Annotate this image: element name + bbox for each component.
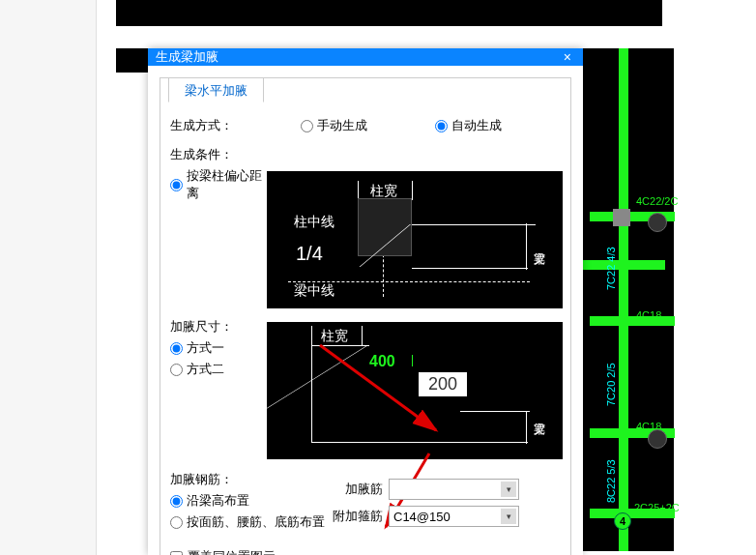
radio-label: 方式一 — [187, 339, 224, 357]
radio-auto[interactable]: 自动生成 — [435, 117, 502, 134]
size-block: 加腋尺寸： 方式一 方式二 — [170, 318, 267, 382]
generate-haunch-dialog: 生成梁加腋 × 梁水平加腋 生成方式： 手动生成 自动生成 生成条件： — [148, 48, 583, 555]
diagram2-col-width: 柱宽 — [321, 328, 348, 345]
radio-by-offset[interactable]: 按梁柱偏心距离 — [170, 167, 267, 202]
rebar-row: 加腋钢筋： 沿梁高布置 按面筋、腰筋、底筋布置 加腋筋 — [170, 471, 561, 535]
cad-green-line — [590, 316, 675, 326]
radio-mode2[interactable]: 方式二 — [170, 361, 267, 378]
radio-label: 沿梁高布置 — [187, 492, 249, 510]
gen-method-label: 生成方式： — [170, 117, 267, 134]
cad-circle-icon — [648, 429, 667, 449]
radio-mode1[interactable]: 方式一 — [170, 339, 267, 357]
cad-annot-text: 8C22 5/3 — [605, 459, 617, 503]
radio-by-height[interactable]: 沿梁高布置 — [170, 492, 325, 510]
chevron-down-icon: ▾ — [501, 509, 516, 524]
fujia-label: 附加箍筋 — [325, 508, 383, 525]
cad-column-box — [613, 209, 630, 226]
rebar-label: 加腋钢筋： — [170, 471, 325, 488]
diagram-beam-center: 梁中线 — [294, 282, 334, 300]
radio-input[interactable] — [170, 342, 183, 355]
cad-viewport-top — [116, 0, 662, 26]
radio-input[interactable] — [301, 120, 313, 132]
dialog-titlebar[interactable]: 生成梁加腋 × — [148, 48, 583, 66]
diagram-2: 柱宽 400 200 梁宽 — [267, 322, 563, 459]
size-label: 加腋尺寸： — [170, 318, 267, 336]
diagram-1: 柱宽 柱中线 1/4 梁中线 梁宽 — [267, 171, 563, 308]
tab-horizontal-haunch[interactable]: 梁水平加腋 — [168, 77, 264, 102]
radio-label: 按面筋、腰筋、底筋布置 — [187, 513, 325, 531]
radio-label: 手动生成 — [317, 117, 367, 134]
cad-green-line — [619, 48, 628, 551]
fujia-field-row: 附加箍筋 C14@150 ▾ — [325, 506, 519, 527]
gen-condition-block: 生成条件： 按梁柱偏心距离 — [170, 146, 267, 206]
radio-label: 按梁柱偏心距离 — [187, 167, 267, 202]
jiaye-dropdown[interactable]: ▾ — [389, 479, 519, 500]
dialog-title: 生成梁加腋 — [156, 48, 560, 66]
dialog-body: 梁水平加腋 生成方式： 手动生成 自动生成 生成条件： — [160, 77, 571, 555]
jiaye-label: 加腋筋 — [325, 481, 383, 498]
checkbox-input[interactable] — [170, 551, 183, 556]
checkbox-label: 覆盖同位置图元 — [188, 548, 276, 555]
cad-circle-icon — [648, 213, 667, 232]
diagram-ratio: 1/4 — [296, 243, 323, 265]
radio-input[interactable] — [435, 120, 448, 132]
overwrite-checkbox[interactable]: 覆盖同位置图元 — [170, 548, 561, 555]
cad-annot-text: 4C22/2C — [636, 195, 678, 207]
cad-annot-text: 7C20 2/5 — [605, 363, 617, 406]
chevron-down-icon: ▾ — [501, 482, 516, 497]
cad-annot-text: 2C25+2C — [634, 502, 680, 513]
radio-input[interactable] — [170, 364, 183, 376]
cad-annot-text: 7C22 4/3 — [605, 247, 617, 290]
diagram2-400: 400 — [369, 353, 395, 370]
node-number: 4 — [620, 515, 625, 527]
rebar-fields: 加腋筋 ▾ 附加箍筋 C14@150 ▾ — [325, 479, 519, 533]
diagram-column — [358, 198, 412, 256]
gen-method-row: 生成方式： 手动生成 自动生成 — [170, 117, 561, 138]
fujia-dropdown[interactable]: C14@150 ▾ — [389, 506, 519, 527]
cad-node-badge[interactable]: 4 — [614, 512, 631, 530]
radio-label: 方式二 — [187, 361, 224, 378]
cad-annot-text: 4C18 — [636, 309, 661, 321]
radio-input[interactable] — [170, 516, 183, 529]
jiaye-field-row: 加腋筋 ▾ — [325, 479, 519, 500]
tab-label: 梁水平加腋 — [185, 83, 247, 98]
radio-input[interactable] — [170, 495, 183, 508]
gen-condition-label: 生成条件： — [170, 146, 267, 163]
dropdown-value: C14@150 — [393, 510, 451, 524]
close-button[interactable]: × — [560, 49, 575, 65]
page-gutter — [0, 0, 97, 555]
radio-label: 自动生成 — [451, 117, 502, 134]
diagram2-200-box: 200 — [419, 372, 467, 396]
rebar-block: 加腋钢筋： 沿梁高布置 按面筋、腰筋、底筋布置 — [170, 471, 325, 535]
radio-input[interactable] — [170, 179, 183, 191]
radio-by-groups[interactable]: 按面筋、腰筋、底筋布置 — [170, 513, 325, 531]
diagram-col-center: 柱中线 — [294, 214, 334, 231]
radio-manual[interactable]: 手动生成 — [301, 117, 367, 134]
